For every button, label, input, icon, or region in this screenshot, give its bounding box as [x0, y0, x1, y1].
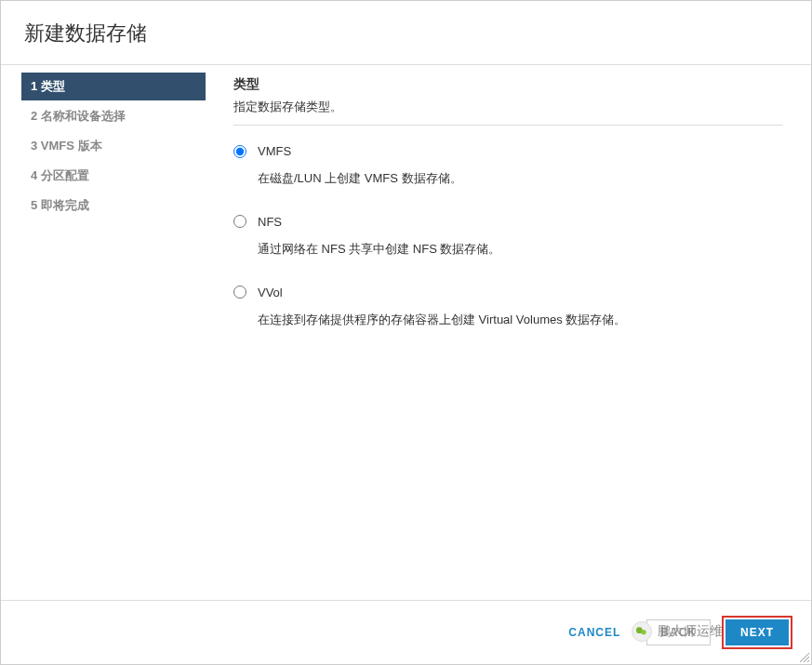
next-button-highlight: NEXT: [722, 616, 792, 649]
radio-label-vvol: VVol: [258, 286, 283, 299]
step-vmfs-version: 3 VMFS 版本: [21, 132, 206, 160]
option-vvol: VVol 在连接到存储提供程序的存储容器上创建 Virtual Volumes …: [233, 286, 783, 330]
dialog-body: 1 类型 2 名称和设备选择 3 VMFS 版本 4 分区配置 5 即将完成 类…: [1, 65, 811, 607]
option-desc-vmfs: 在磁盘/LUN 上创建 VMFS 数据存储。: [258, 169, 783, 189]
resize-handle-icon[interactable]: [798, 651, 809, 662]
dialog-title: 新建数据存储: [24, 20, 788, 47]
back-button[interactable]: BACK: [646, 619, 711, 645]
dialog-footer: CANCEL BACK NEXT: [1, 600, 811, 664]
content-subtitle: 指定数据存储类型。: [233, 99, 783, 115]
radio-vmfs[interactable]: [233, 145, 246, 158]
option-desc-nfs: 通过网络在 NFS 共享中创建 NFS 数据存储。: [258, 240, 783, 259]
option-desc-vvol: 在连接到存储提供程序的存储容器上创建 Virtual Volumes 数据存储。: [258, 311, 783, 330]
divider: [233, 125, 783, 126]
dialog-header: 新建数据存储: [1, 1, 811, 65]
main-content: 类型 指定数据存储类型。 VMFS 在磁盘/LUN 上创建 VMFS 数据存储。…: [210, 65, 811, 607]
step-ready: 5 即将完成: [21, 192, 206, 219]
radio-vvol[interactable]: [233, 286, 246, 299]
radio-label-vmfs: VMFS: [258, 144, 291, 158]
radio-label-nfs: NFS: [258, 215, 282, 229]
content-title: 类型: [233, 76, 783, 93]
radio-nfs[interactable]: [233, 215, 246, 228]
option-nfs: NFS 通过网络在 NFS 共享中创建 NFS 数据存储。: [233, 215, 783, 259]
option-vmfs: VMFS 在磁盘/LUN 上创建 VMFS 数据存储。: [233, 144, 783, 189]
step-partition: 4 分区配置: [21, 162, 206, 190]
svg-line-4: [807, 660, 809, 662]
cancel-button[interactable]: CANCEL: [553, 618, 635, 646]
wizard-sidebar: 1 类型 2 名称和设备选择 3 VMFS 版本 4 分区配置 5 即将完成: [1, 65, 210, 607]
next-button[interactable]: NEXT: [725, 619, 789, 645]
step-name-device: 2 名称和设备选择: [21, 102, 206, 130]
step-type[interactable]: 1 类型: [21, 73, 206, 100]
